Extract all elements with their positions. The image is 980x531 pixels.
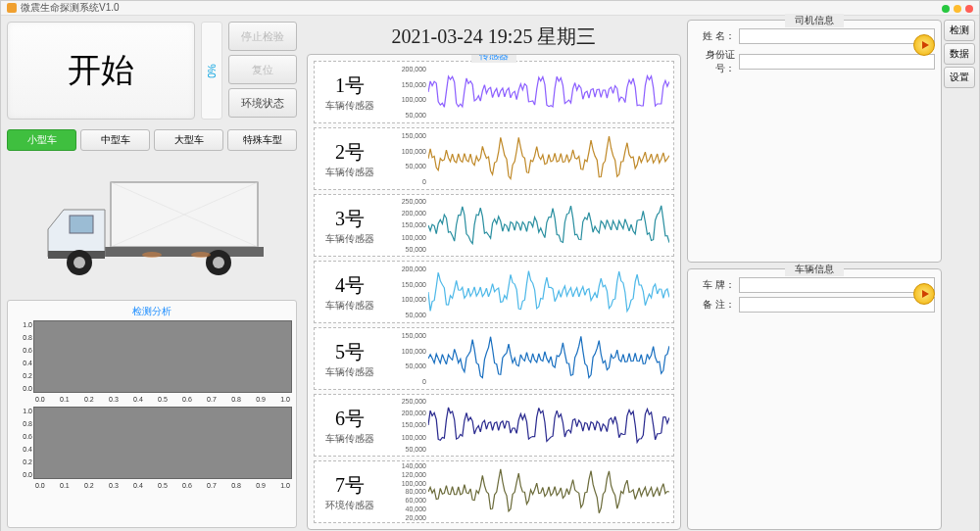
sensor-chart-3 — [428, 199, 669, 252]
vehicle-tab-2[interactable]: 大型车 — [154, 129, 223, 151]
progress-gauge: 0% — [201, 22, 222, 120]
plate-input[interactable] — [739, 277, 935, 293]
sensor-row-4: 4号车辆传感器200,000150,000100,00050,000 — [314, 261, 674, 323]
sensor-sub: 车辆传感器 — [315, 166, 385, 179]
reset-button[interactable]: 复位 — [228, 55, 297, 84]
vehicle-type-tabs: 小型车中型车大型车特殊车型 — [7, 129, 297, 151]
gauge-value: 0% — [206, 64, 217, 77]
stop-button[interactable]: 停止检验 — [228, 22, 297, 51]
analysis-chart-2: 1.00.80.60.40.20.0 — [33, 407, 292, 479]
window-controls[interactable] — [942, 5, 973, 13]
plate-label: 车 牌： — [694, 278, 735, 292]
vehicle-info-group: 车辆信息 车 牌： 备 注： — [687, 268, 942, 530]
start-label: 开始 — [68, 48, 134, 93]
sensor-sub: 车辆传感器 — [315, 432, 385, 446]
vehicle-tab-0[interactable]: 小型车 — [7, 129, 76, 151]
svg-point-8 — [74, 257, 85, 268]
sensor-chart-7 — [428, 465, 669, 518]
sensor-chart-2 — [428, 132, 669, 185]
sensor-chart-6 — [428, 399, 669, 452]
svg-point-11 — [142, 252, 162, 258]
svg-rect-5 — [70, 216, 93, 233]
sensor-sub: 环境传感器 — [315, 499, 385, 512]
env-status-button[interactable]: 环境状态 — [228, 88, 297, 118]
name-label: 姓 名： — [694, 29, 735, 43]
side-button-2[interactable]: 设置 — [944, 67, 975, 88]
sensor-sub: 车辆传感器 — [315, 299, 385, 313]
note-input[interactable] — [739, 297, 935, 313]
side-button-0[interactable]: 检测 — [944, 20, 975, 41]
analysis-panel: 检测分析 1.00.80.60.40.20.0 0.00.10.20.30.40… — [7, 300, 297, 528]
vehicle-tab-3[interactable]: 特殊车型 — [227, 129, 297, 151]
maximize-icon[interactable] — [954, 5, 961, 13]
close-icon[interactable] — [965, 5, 973, 13]
svg-rect-4 — [105, 247, 264, 257]
sensor-row-7: 7号环境传感器140,000120,000100,00080,00060,000… — [314, 460, 674, 523]
right-panel: 司机信息 姓 名： 身份证号： 车辆信息 车 牌： — [685, 16, 979, 531]
driver-info-group: 司机信息 姓 名： 身份证号： — [687, 20, 942, 263]
sensor-num: 1号 — [315, 72, 385, 99]
vehicle-illustration — [7, 167, 297, 294]
name-input[interactable] — [739, 28, 935, 44]
sensor-chart-4 — [428, 266, 669, 318]
sensors-group: 传感器 1号车辆传感器200,000150,000100,00050,0002号… — [307, 54, 681, 530]
sensor-num: 6号 — [315, 406, 385, 432]
sensor-sub: 车辆传感器 — [315, 232, 385, 246]
side-button-1[interactable]: 数据 — [944, 43, 975, 65]
middle-panel: 2021-03-24 19:25 星期三 传感器 1号车辆传感器200,0001… — [303, 16, 685, 531]
sensor-num: 7号 — [315, 472, 385, 499]
sensor-row-6: 6号车辆传感器250,000200,000150,000100,00050,00… — [314, 394, 674, 457]
sensors-title: 传感器 — [471, 54, 516, 63]
app-window: 微震生命探测系统V1.0 开始 0% 停止检验 复位 环境状态 — [0, 0, 980, 531]
driver-play-button[interactable] — [913, 34, 935, 56]
datetime-display: 2021-03-24 19:25 星期三 — [307, 20, 681, 52]
id-label: 身份证号： — [694, 48, 735, 75]
vehicle-group-title: 车辆信息 — [785, 263, 844, 276]
svg-point-12 — [191, 252, 211, 258]
svg-point-10 — [213, 257, 224, 268]
note-label: 备 注： — [694, 298, 735, 312]
sensor-sub: 车辆传感器 — [315, 365, 385, 379]
sensor-row-1: 1号车辆传感器200,000150,000100,00050,000 — [314, 61, 674, 123]
sensor-chart-5 — [428, 332, 669, 385]
vehicle-play-button[interactable] — [913, 283, 935, 305]
sensor-row-3: 3号车辆传感器250,000200,000150,000100,00050,00… — [314, 194, 674, 257]
analysis-chart-1: 1.00.80.60.40.20.0 — [33, 320, 292, 393]
sensor-num: 3号 — [315, 206, 385, 232]
start-button[interactable]: 开始 — [7, 22, 195, 120]
sensor-num: 2号 — [315, 139, 385, 166]
sensor-sub: 车辆传感器 — [315, 99, 385, 113]
window-title: 微震生命探测系统V1.0 — [21, 1, 120, 15]
truck-icon — [34, 176, 270, 284]
app-icon — [7, 3, 17, 13]
sensor-chart-1 — [428, 66, 669, 119]
side-buttons: 检测数据设置 — [944, 20, 975, 530]
driver-group-title: 司机信息 — [785, 14, 844, 27]
analysis-title: 检测分析 — [12, 305, 292, 318]
sensor-num: 4号 — [315, 272, 385, 299]
sensor-num: 5号 — [315, 339, 385, 365]
sensor-row-5: 5号车辆传感器150,000100,00050,0000 — [314, 327, 674, 390]
id-input[interactable] — [739, 54, 935, 70]
minimize-icon[interactable] — [942, 5, 950, 13]
vehicle-tab-1[interactable]: 中型车 — [80, 129, 150, 151]
sensor-row-2: 2号车辆传感器150,000100,00050,0000 — [314, 127, 674, 190]
left-panel: 开始 0% 停止检验 复位 环境状态 小型车中型车大型车特殊车型 — [1, 16, 303, 531]
